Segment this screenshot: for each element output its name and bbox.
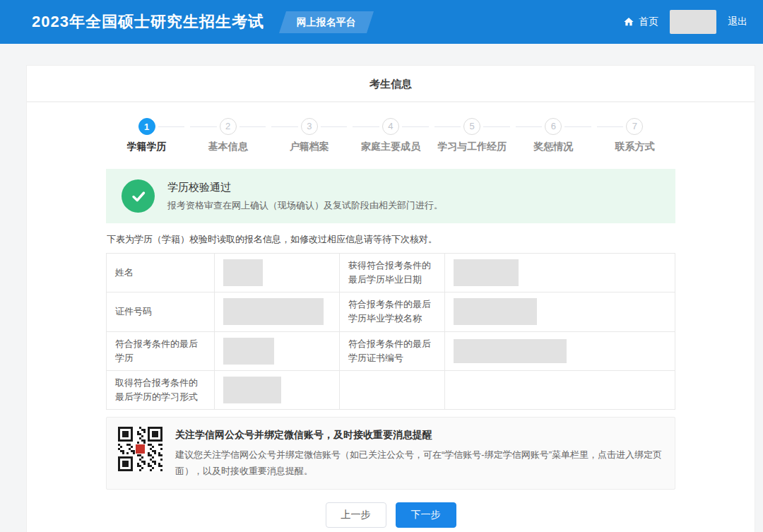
- step-item-study-work[interactable]: 5 学习与工作经历: [432, 118, 513, 153]
- candidate-info-card: 考生信息 1 学籍学历 2 基本信息 3 户籍档案 4 家庭主要成员 5 学习与…: [26, 65, 755, 532]
- step-item-rewards[interactable]: 6 奖惩情况: [513, 118, 594, 153]
- field-value-grad-date: [444, 254, 675, 292]
- empty-cell: [444, 370, 675, 409]
- step-number: 2: [220, 118, 237, 135]
- step-number: 6: [545, 118, 562, 135]
- qr-code: [118, 427, 162, 471]
- field-label-cert-number: 符合报考条件的最后学历证书编号: [340, 331, 445, 370]
- table-row: 符合报考条件的最后学历 符合报考条件的最后学历证书编号: [107, 331, 675, 370]
- logout-link[interactable]: 退出: [728, 16, 747, 28]
- field-value-school-name: [444, 292, 675, 331]
- step-item-family-members[interactable]: 4 家庭主要成员: [350, 118, 431, 153]
- verification-title: 学历校验通过: [167, 181, 443, 194]
- redacted-value: [454, 339, 567, 363]
- qr-panel-desc: 建议您关注学信网公众号并绑定微信账号（如已关注公众号，可在“学信账号-绑定学信网…: [175, 447, 663, 480]
- field-label-last-degree: 符合报考条件的最后学历: [107, 331, 215, 370]
- step-label: 联系方式: [594, 141, 675, 153]
- platform-badge: 网上报名平台: [279, 11, 374, 33]
- field-label-name: 姓名: [107, 254, 215, 292]
- table-note: 下表为学历（学籍）校验时读取的报名信息，如修改过相应信息请等待下次核对。: [107, 233, 675, 246]
- previous-step-button[interactable]: 上一步: [326, 502, 386, 528]
- home-link[interactable]: 首页: [623, 16, 658, 28]
- next-step-button[interactable]: 下一步: [396, 502, 456, 528]
- home-link-label: 首页: [639, 16, 658, 28]
- platform-badge-label: 网上报名平台: [297, 16, 356, 29]
- field-value-id-number: [214, 292, 339, 331]
- field-value-study-form: [214, 370, 339, 409]
- field-label-study-form: 取得符合报考条件的最后学历的学习形式: [107, 370, 215, 409]
- step-label: 家庭主要成员: [350, 141, 431, 153]
- verification-success-banner: 学历校验通过 报考资格审查在网上确认（现场确认）及复试阶段由相关部门进行。: [106, 169, 675, 223]
- redacted-value: [223, 377, 281, 403]
- wizard-actions: 上一步 下一步: [106, 502, 675, 528]
- step-label: 奖惩情况: [513, 141, 594, 153]
- step-number: 7: [626, 118, 643, 135]
- redacted-value: [454, 259, 519, 286]
- step-number: 3: [301, 118, 318, 135]
- step-item-xueji-xueli[interactable]: 1 学籍学历: [106, 118, 187, 153]
- redacted-value: [223, 259, 263, 286]
- wechat-qr-panel: 关注学信网公众号并绑定微信账号，及时接收重要消息提醒 建议您关注学信网公众号并绑…: [106, 417, 675, 490]
- qr-panel-title: 关注学信网公众号并绑定微信账号，及时接收重要消息提醒: [175, 429, 663, 442]
- step-label: 基本信息: [187, 141, 268, 153]
- qr-text: 关注学信网公众号并绑定微信账号，及时接收重要消息提醒 建议您关注学信网公众号并绑…: [175, 427, 663, 480]
- field-value-cert-number: [444, 331, 675, 370]
- field-value-name: [214, 254, 339, 292]
- empty-cell: [340, 370, 445, 409]
- step-item-huji-danan[interactable]: 3 户籍档案: [268, 118, 350, 153]
- home-icon: [623, 16, 634, 28]
- field-label-grad-date: 获得符合报考条件的最后学历毕业日期: [340, 254, 445, 292]
- step-label: 学习与工作经历: [432, 141, 513, 153]
- app-title: 2023年全国硕士研究生招生考试: [32, 11, 264, 32]
- field-label-id-number: 证件号码: [107, 292, 215, 331]
- step-number: 5: [463, 118, 480, 135]
- table-row: 姓名 获得符合报考条件的最后学历毕业日期: [107, 254, 675, 292]
- username-redacted: [670, 10, 716, 34]
- field-value-last-degree: [214, 331, 339, 370]
- redacted-value: [454, 298, 537, 325]
- field-label-school-name: 符合报考条件的最后学历毕业学校名称: [340, 292, 445, 331]
- table-row: 取得符合报考条件的最后学历的学习形式: [107, 370, 675, 409]
- step-number: 1: [138, 118, 155, 135]
- redacted-value: [223, 338, 274, 365]
- step-label: 学籍学历: [106, 141, 187, 153]
- verification-desc: 报考资格审查在网上确认（现场确认）及复试阶段由相关部门进行。: [167, 199, 443, 212]
- step-wizard: 1 学籍学历 2 基本信息 3 户籍档案 4 家庭主要成员 5 学习与工作经历 …: [106, 118, 675, 153]
- top-bar: 2023年全国硕士研究生招生考试 网上报名平台 首页 退出: [0, 0, 763, 44]
- step-label: 户籍档案: [268, 141, 350, 153]
- step-number: 4: [382, 118, 399, 135]
- top-right-nav: 首页 退出: [623, 10, 747, 34]
- page-title: 考生信息: [27, 66, 755, 102]
- registration-info-table: 姓名 获得符合报考条件的最后学历毕业日期 证件号码 符合报考条件的最后学历毕业学…: [106, 253, 675, 410]
- redacted-value: [223, 298, 324, 325]
- verification-text: 学历校验通过 报考资格审查在网上确认（现场确认）及复试阶段由相关部门进行。: [167, 181, 443, 212]
- check-icon: [122, 179, 155, 213]
- step-item-contact[interactable]: 7 联系方式: [594, 118, 675, 153]
- step-item-basic-info[interactable]: 2 基本信息: [187, 118, 268, 153]
- table-row: 证件号码 符合报考条件的最后学历毕业学校名称: [107, 292, 675, 331]
- card-body: 1 学籍学历 2 基本信息 3 户籍档案 4 家庭主要成员 5 学习与工作经历 …: [27, 102, 755, 532]
